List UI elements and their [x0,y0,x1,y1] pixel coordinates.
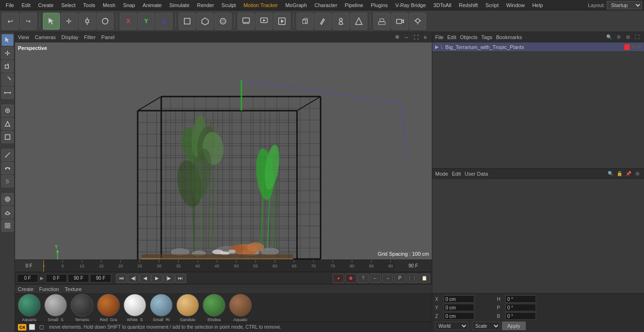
attr-menu-mode[interactable]: Mode [435,171,448,177]
box-select-tool[interactable] [1,60,14,73]
scale-select[interactable]: Scale [472,322,500,330]
viewport-expand-icon[interactable]: ↔ [403,33,410,41]
rotate-tool[interactable] [1,73,14,86]
sculpt-tool[interactable]: S [1,175,14,187]
viewport-menu-cameras[interactable]: Cameras [35,34,56,40]
obj-filter-icon[interactable]: ⊞ [624,33,632,41]
material-sandstone[interactable]: Sandsto [175,294,200,322]
viewport-3d[interactable]: Perspective Grid Spacing : 100 cm [15,42,432,259]
material-elodea[interactable]: Elodea [202,294,226,322]
menu-script[interactable]: Script [482,1,503,9]
render-full-button[interactable] [273,13,290,30]
menu-motion-tracker[interactable]: Motion Tracker [239,1,281,9]
material-white-s[interactable]: White_S [123,294,147,322]
play-reverse-button[interactable]: ◀ [140,274,151,283]
material-red-gravel[interactable]: Red_Gra [96,294,121,322]
viewport-menu-icon[interactable]: ≡ [421,33,429,41]
shape-tool-button[interactable] [350,13,367,30]
attr-pin-icon[interactable]: 📌 [625,170,632,178]
menu-create[interactable]: Create [34,1,58,9]
magnet-tool[interactable] [1,162,14,174]
attr-menu-edit[interactable]: Edit [452,171,461,177]
scale-tool-button[interactable] [79,13,96,30]
coord-z-pos[interactable] [444,312,474,320]
obj-menu-file[interactable]: File [435,34,444,40]
coord-h-rot[interactable] [505,295,536,303]
status-circle-icon[interactable]: ⬜ [28,324,36,331]
y-axis-button[interactable]: Y [138,13,155,30]
help-button[interactable]: ? [357,274,369,283]
menu-render[interactable]: Render [193,1,218,9]
move-tool[interactable]: ✛ [1,47,14,59]
menu-mesh[interactable]: Mesh [99,1,119,9]
frame-end-input-1[interactable] [68,274,89,283]
go-to-end-button[interactable]: ⏭ [175,274,186,283]
render-region-button[interactable] [238,13,255,30]
timeline-toggle[interactable]: 📋 [419,274,430,283]
play-forward-button[interactable]: ▶ [151,274,163,283]
snap-tool[interactable] [1,219,14,232]
light-button[interactable] [409,13,426,30]
attr-search-icon[interactable]: 🔍 [607,170,614,178]
scale-tool[interactable] [1,87,14,99]
render-view-button[interactable] [256,13,272,30]
pen-tool-button[interactable] [314,13,331,30]
prev-key-button[interactable]: ◀| [128,274,139,283]
apply-button[interactable]: Apply [502,322,526,330]
extrude-tool[interactable] [1,206,14,219]
frame-end-input-2[interactable] [90,274,111,283]
menu-simulate[interactable]: Simulate [165,1,193,9]
obj-row-main[interactable]: ▶ L Big_Terrarium_with_Tropic_Plants [432,42,644,52]
obj-expand-icon[interactable]: ⛶ [634,33,641,41]
obj-menu-edit[interactable]: Edit [447,34,456,40]
auto-key-button[interactable]: ⏺ [345,274,356,283]
points-mode-tool[interactable] [1,105,14,117]
undo-button[interactable]: ↩ [2,13,19,30]
mat-function[interactable]: Function [39,286,59,292]
menu-window[interactable]: Window [503,1,528,9]
camera-button[interactable] [391,13,408,30]
mat-texture[interactable]: Texture [65,286,82,292]
next-key-button[interactable]: |▶ [163,274,174,283]
coord-b-rot[interactable] [505,312,536,320]
world-select[interactable]: World [435,322,468,330]
menu-sculpt[interactable]: Sculpt [218,1,240,9]
coord-p-rot[interactable] [505,304,536,311]
mat-create[interactable]: Create [18,286,33,292]
status-square-icon[interactable]: ▢ [38,324,45,331]
attr-menu-user-data[interactable]: User Data [465,171,488,177]
obj-menu-bookmarks[interactable]: Bookmarks [496,34,522,40]
pointer-tool[interactable] [1,34,14,46]
view-cube-button[interactable] [297,13,314,30]
obj-search-icon[interactable]: 🔍 [605,33,613,41]
rotate-tool-button[interactable] [97,13,114,30]
attr-lock-icon[interactable]: 🔒 [616,170,623,178]
coord-x-pos[interactable] [444,295,474,303]
menu-tools[interactable]: Tools [79,1,99,9]
preview-nav-left[interactable]: ← [370,274,381,283]
timeline-ruler[interactable]: 0 5 10 15 20 25 30 35 40 [43,260,394,272]
frame-current-input[interactable] [46,274,67,283]
paint-tool-button[interactable] [332,13,349,30]
preview-key-button[interactable]: P [394,274,405,283]
obj-visibility-dot[interactable] [632,45,636,49]
select-tool-button[interactable] [43,13,60,30]
floor-button[interactable] [373,13,390,30]
menu-animate[interactable]: Animate [139,1,165,9]
obj-expand-arrow[interactable]: ▶ [435,44,439,49]
material-terrarium[interactable]: Terrariu [70,294,94,322]
menu-mograph[interactable]: MoGraph [281,1,311,9]
x-axis-button[interactable]: X [120,13,137,30]
multi-select-button[interactable]: ⋮⋮ [406,274,418,283]
viewport-menu-filter[interactable]: Filter [84,34,95,40]
menu-help[interactable]: Help [528,1,547,9]
preview-nav-right[interactable]: → [382,274,393,283]
material-aquatic[interactable]: Aquatic [228,294,253,322]
menu-select[interactable]: Select [58,1,80,9]
obj-color-dot[interactable] [624,44,630,50]
material-aquarium[interactable]: Aquariu [17,294,41,322]
material-small-ri[interactable]: Small_Ri [149,294,173,322]
menu-plugins[interactable]: Plugins [367,1,391,9]
obj-menu-tags[interactable]: Tags [481,34,492,40]
menu-snap[interactable]: Snap [119,1,139,9]
